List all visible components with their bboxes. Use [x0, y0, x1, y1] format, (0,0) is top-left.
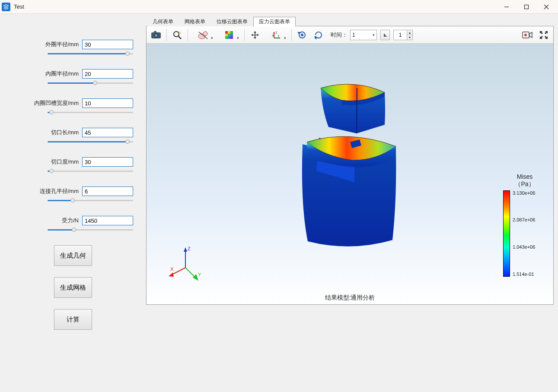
svg-rect-1	[525, 5, 529, 9]
param-input[interactable]	[82, 187, 133, 196]
svg-text:Z: Z	[188, 246, 191, 251]
svg-text:X: X	[170, 266, 174, 272]
svg-marker-35	[169, 272, 174, 277]
svg-text:Z: Z	[275, 31, 277, 34]
generate-mesh-button[interactable]: 生成网格	[54, 277, 92, 298]
param-label: 连接孔半径/mm	[40, 187, 79, 195]
color-map-dropdown[interactable]	[217, 28, 242, 42]
rotate-ccw-icon[interactable]	[294, 28, 310, 42]
title-bar: Test	[0, 0, 558, 14]
legend-tick: 2.087e+06	[513, 217, 535, 222]
maximize-button[interactable]	[517, 0, 536, 13]
minimize-button[interactable]	[497, 0, 517, 13]
param-slider[interactable]	[48, 138, 133, 145]
window-title: Test	[14, 3, 497, 10]
svg-point-11	[203, 32, 207, 36]
svg-point-8	[174, 32, 179, 37]
generate-geometry-button[interactable]: 生成几何	[54, 245, 92, 266]
svg-line-9	[179, 36, 181, 39]
svg-rect-18	[230, 34, 233, 36]
param-slider[interactable]	[48, 50, 133, 57]
time-select[interactable]: 1	[350, 30, 377, 40]
axis-triad: Z X Y	[166, 244, 205, 283]
tab-1[interactable]: 网格表单	[179, 17, 211, 26]
pan-icon[interactable]	[247, 28, 263, 42]
app-icon	[2, 3, 10, 11]
stress-model-render	[277, 71, 424, 256]
viewport-frame: ZYX 时间： 1 ▲▼	[146, 26, 554, 305]
svg-marker-32	[184, 247, 187, 252]
svg-text:Y: Y	[198, 272, 201, 277]
frame-down[interactable]: ▼	[407, 35, 412, 40]
svg-rect-15	[230, 31, 233, 34]
tabs-bar: 几何表单网格表单位移云图表单应力云图表单	[147, 16, 554, 26]
svg-rect-19	[225, 36, 228, 39]
frame-spinner[interactable]: ▲▼	[393, 30, 413, 40]
camera-icon[interactable]	[148, 28, 164, 42]
param-label: 切口度/mm	[51, 158, 79, 166]
axes-toggle-dropdown[interactable]: ZYX	[264, 28, 289, 42]
svg-point-28	[301, 34, 303, 36]
legend-tick: 1.043e+06	[513, 244, 535, 250]
svg-rect-17	[228, 34, 230, 36]
param-label: 内圈半径/mm	[45, 70, 79, 78]
video-icon[interactable]	[520, 28, 535, 42]
zoom-fit-icon[interactable]	[169, 28, 185, 42]
tab-0[interactable]: 几何表单	[147, 17, 179, 26]
viewport-toolbar: ZYX 时间： 1 ▲▼	[147, 26, 553, 44]
legend-gradient-bar	[503, 190, 510, 277]
param-slider[interactable]	[48, 168, 133, 174]
legend-tick: 1.514e-01	[513, 272, 535, 277]
param-input[interactable]	[82, 157, 133, 167]
param-input[interactable]	[82, 98, 133, 108]
svg-rect-7	[154, 31, 156, 33]
param-label: 内圈凹槽宽度/mm	[34, 99, 79, 107]
color-legend: Mises （Pa） 3.130e+062.087e+061.043e+061.…	[503, 173, 546, 277]
display-style-dropdown[interactable]	[191, 28, 216, 42]
3d-viewport[interactable]: Z X Y Mises （Pa） 3.130e+06	[147, 44, 553, 304]
frame-up[interactable]: ▲	[407, 30, 412, 35]
param-slider[interactable]	[48, 197, 133, 204]
param-slider[interactable]	[48, 79, 133, 86]
param-slider[interactable]	[48, 226, 133, 233]
rotate-cw-icon[interactable]	[311, 28, 326, 42]
svg-rect-20	[228, 36, 230, 39]
compute-button[interactable]: 计算	[54, 309, 92, 330]
param-input[interactable]	[82, 40, 133, 49]
tab-3[interactable]: 应力云图表单	[253, 17, 296, 26]
svg-rect-13	[225, 31, 228, 34]
time-label: 时间：	[331, 31, 348, 39]
svg-rect-14	[228, 31, 230, 34]
frame-input[interactable]	[394, 32, 407, 38]
parameters-panel: 外圈半径/mm内圈半径/mm内圈凹槽宽度/mm切口长/mm切口度/mm连接孔半径…	[0, 14, 146, 392]
param-input[interactable]	[82, 128, 133, 137]
legend-tick: 3.130e+06	[513, 190, 535, 196]
tab-2[interactable]: 位移云图表单	[211, 17, 253, 26]
param-input[interactable]	[82, 69, 133, 79]
param-slider[interactable]	[48, 109, 133, 116]
param-input[interactable]	[82, 216, 133, 225]
svg-point-6	[155, 34, 157, 36]
svg-text:Y: Y	[277, 35, 280, 38]
step-back-button[interactable]	[380, 30, 390, 40]
close-button[interactable]	[536, 0, 556, 13]
param-label: 受力/N	[62, 217, 79, 224]
param-label: 切口长/mm	[51, 129, 79, 136]
param-label: 外圈半径/mm	[45, 41, 79, 48]
svg-rect-16	[225, 34, 228, 36]
svg-rect-21	[230, 36, 233, 39]
result-model-label: 结果模型:通用分析	[325, 294, 375, 302]
fullscreen-icon[interactable]	[536, 28, 552, 42]
svg-point-30	[524, 34, 527, 36]
svg-text:X: X	[272, 34, 274, 37]
